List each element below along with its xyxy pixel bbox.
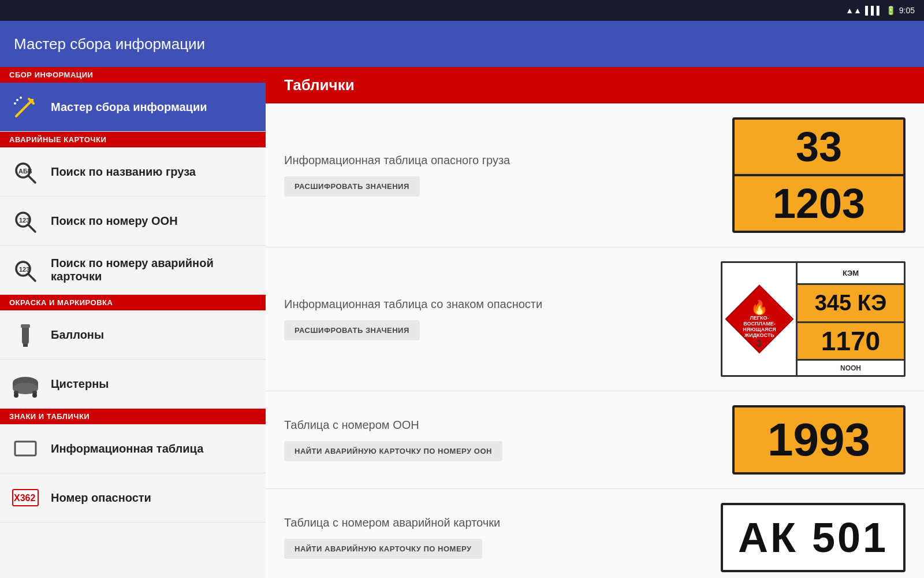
status-bar: ▲▲ ▌▌▌ 🔋 9:05 (0, 0, 924, 21)
search-abc-icon: АБВ (9, 155, 42, 188)
section-info-dangerous: Информационная таблица опасного груза РА… (284, 154, 709, 197)
sidebar-section-header-emergency: АВАРИЙНЫЕ КАРТОЧКИ (0, 132, 266, 147)
plate-un-text: 1993 (767, 413, 870, 466)
section-title-un: Таблица с номером ООН (284, 418, 709, 432)
plate-ak-text: АК 501 (738, 514, 888, 561)
sidebar-item-search-by-card[interactable]: 123 Поиск по номеру аварийной карточки (0, 246, 266, 295)
svg-line-0 (16, 101, 31, 116)
section-ak-number: Таблица с номером аварийной карточки НАЙ… (266, 489, 924, 578)
svg-point-5 (14, 102, 16, 105)
svg-text:АБВ: АБВ (18, 168, 32, 175)
plate-orange-section: КЭМ 345 КЭ 1170 NOOH (798, 263, 904, 375)
plate-orange-two-row: 33 1203 (732, 117, 906, 233)
sidebar-item-search-name-label: Поиск по названию груза (51, 165, 196, 179)
section-info-ak: Таблица с номером аварийной карточки НАЙ… (284, 516, 698, 559)
plate-diamond-section: 🔥 ЛЕГКО-ВОСПЛАМЕ-НЯЮЩАЯСЯЖИДКОСТЬ 3 (722, 263, 798, 375)
section-title-sign: Информационная таблица со знаком опаснос… (284, 298, 698, 311)
section-un-number: Таблица с номером ООН НАЙТИ АВАРИЙНУЮ КА… (266, 391, 924, 489)
svg-point-4 (20, 97, 22, 99)
sidebar: СБОР ИНФОРМАЦИИ Мастер сбора информации … (0, 67, 266, 578)
section-info-table-dangerous: Информационная таблица опасного груза РА… (266, 103, 924, 247)
status-icons: ▲▲ ▌▌▌ 🔋 9:05 (845, 6, 915, 15)
sidebar-item-cisterns[interactable]: Цистерны (0, 360, 266, 409)
sidebar-item-danger-number-label: Номер опасности (51, 491, 151, 505)
sidebar-item-balloons-label: Баллоны (51, 328, 104, 342)
svg-point-3 (16, 99, 18, 101)
balloon-icon (9, 318, 42, 351)
plate-bottom-number: 1203 (735, 176, 903, 231)
sidebar-section-header-signs: ЗНАКИ И ТАБЛИЧКИ (0, 409, 266, 424)
content-area: Таблички Информационная таблица опасного… (266, 67, 924, 578)
section-info-sign: Информационная таблица со знаком опаснос… (284, 298, 698, 340)
wand-icon (9, 91, 42, 123)
sidebar-item-search-by-un[interactable]: 123 Поиск по номеру ООН (0, 197, 266, 246)
battery-icon: 🔋 (886, 6, 896, 15)
sidebar-item-info-table-label: Информационная таблица (51, 442, 203, 455)
sidebar-section-header-paint: ОКРАСКА И МАРКИРОВКА (0, 295, 266, 310)
app-bar: Мастер сбора информации (0, 21, 924, 67)
plate-ak-number: АК 501 (721, 503, 906, 572)
svg-rect-25 (15, 442, 36, 455)
svg-point-23 (14, 393, 18, 398)
section-title-dangerous: Информационная таблица опасного груза (284, 154, 709, 167)
x362-icon: X362 (9, 481, 42, 514)
section-info-un: Таблица с номером ООН НАЙТИ АВАРИЙНУЮ КА… (284, 418, 709, 461)
find-card-by-ak-button[interactable]: НАЙТИ АВАРИЙНУЮ КАРТОЧКУ ПО НОМЕРУ (284, 539, 482, 559)
sidebar-item-cisterns-label: Цистерны (51, 377, 109, 391)
sidebar-section-header-collect: СБОР ИНФОРМАЦИИ (0, 67, 266, 83)
sidebar-item-master-label: Мастер сбора информации (51, 101, 207, 114)
svg-line-13 (28, 274, 35, 281)
sidebar-item-search-by-name[interactable]: АБВ Поиск по названию груза (0, 147, 266, 197)
search-card-icon: 123 (9, 254, 42, 286)
plate-composite-image: 🔥 ЛЕГКО-ВОСПЛАМЕ-НЯЮЩАЯСЯЖИДКОСТЬ 3 КЭМ … (721, 261, 906, 377)
plate-un-number: 1993 (732, 405, 906, 475)
tanker-icon (9, 368, 42, 400)
wifi-icon: ▲▲ (845, 6, 862, 15)
time-display: 9:05 (899, 6, 915, 15)
content-header: Таблички (266, 67, 924, 103)
svg-text:X362: X362 (14, 493, 35, 503)
sidebar-item-master[interactable]: Мастер сбора информации (0, 83, 266, 132)
app-title: Мастер сбора информации (14, 35, 205, 53)
find-card-by-un-button[interactable]: НАЙТИ АВАРИЙНУЮ КАРТОЧКУ ПО НОМЕРУ ООН (284, 441, 502, 461)
sidebar-item-search-card-label: Поиск по номеру аварийной карточки (51, 257, 256, 283)
svg-rect-16 (23, 344, 28, 347)
svg-line-7 (28, 176, 35, 183)
sidebar-item-balloons[interactable]: Баллоны (0, 310, 266, 360)
search-123-icon: 123 (9, 205, 42, 237)
sidebar-item-danger-number[interactable]: X362 Номер опасности (0, 473, 266, 523)
decode-values-button-2[interactable]: РАСШИФРОВАТЬ ЗНАЧЕНИЯ (284, 320, 420, 340)
plate-top-number: 33 (735, 120, 903, 176)
sidebar-item-info-table[interactable]: Информационная таблица (0, 424, 266, 473)
section-title-ak: Таблица с номером аварийной карточки (284, 516, 698, 529)
sidebar-item-search-un-label: Поиск по номеру ООН (51, 214, 178, 228)
signal-icon: ▌▌▌ (865, 6, 882, 15)
main-layout: СБОР ИНФОРМАЦИИ Мастер сбора информации … (0, 67, 924, 578)
svg-line-10 (28, 225, 35, 232)
sign-icon (9, 432, 42, 465)
svg-text:123: 123 (19, 266, 29, 273)
decode-values-button-1[interactable]: РАСШИФРОВАТЬ ЗНАЧЕНИЯ (284, 176, 420, 197)
svg-rect-17 (21, 324, 30, 328)
svg-text:123: 123 (19, 217, 29, 224)
svg-point-24 (32, 393, 37, 398)
section-info-table-sign: Информационная таблица со знаком опаснос… (266, 247, 924, 391)
